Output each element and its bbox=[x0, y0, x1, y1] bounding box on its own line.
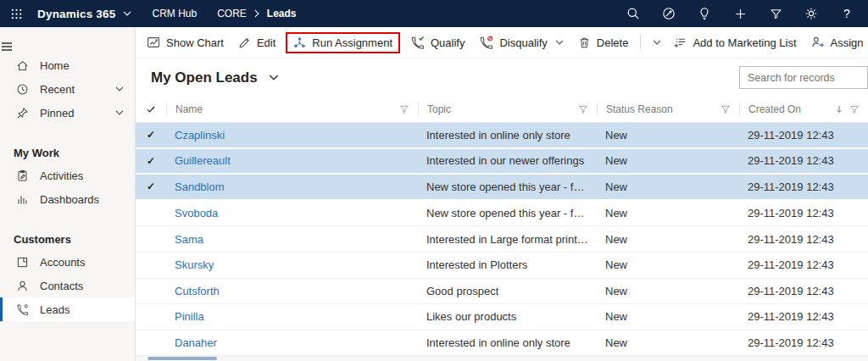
column-header-status-reason[interactable]: Status Reason bbox=[597, 103, 739, 116]
guided-tasks-icon[interactable] bbox=[661, 6, 676, 21]
sidebar-item-activities[interactable]: Activities bbox=[0, 164, 135, 187]
table-row[interactable]: Cutsforth Good prospect New 29-11-2019 1… bbox=[136, 279, 868, 305]
sidebar-item-label: Dashboards bbox=[40, 193, 99, 206]
hamburger-menu-icon[interactable] bbox=[0, 40, 135, 53]
sidebar-item-label: Leads bbox=[40, 303, 70, 316]
lead-name-link[interactable]: Sama bbox=[166, 233, 418, 246]
sidebar-section-customers: Customers bbox=[0, 229, 135, 250]
lead-created-on: 29-11-2019 12:43 bbox=[739, 285, 868, 297]
breadcrumb-root[interactable]: CORE bbox=[217, 8, 247, 19]
run-assignment-button[interactable]: Run Assignment bbox=[286, 32, 400, 53]
table-row[interactable]: Danaher Interested in online only store … bbox=[136, 330, 868, 357]
lead-status-reason: New bbox=[597, 180, 739, 193]
delete-button[interactable]: Delete bbox=[571, 32, 636, 53]
view-selector-chevron-icon[interactable] bbox=[269, 75, 279, 81]
chevron-down-icon[interactable] bbox=[115, 110, 124, 115]
scrollbar-thumb[interactable] bbox=[147, 357, 217, 360]
lightbulb-icon[interactable] bbox=[697, 6, 712, 21]
filter-icon[interactable] bbox=[578, 104, 588, 114]
app-title[interactable]: Dynamics 365 bbox=[37, 8, 115, 20]
table-row[interactable]: Sama Interested in Large format printers… bbox=[136, 226, 868, 253]
chevron-down-icon[interactable] bbox=[555, 40, 564, 45]
search-icon[interactable] bbox=[626, 6, 641, 21]
disqualify-button[interactable]: Disqualify bbox=[472, 31, 570, 54]
topbar-icon-group: ? bbox=[626, 6, 868, 21]
filter-icon[interactable] bbox=[721, 104, 731, 114]
clock-icon bbox=[15, 83, 29, 96]
sort-descending-icon[interactable] bbox=[834, 104, 844, 114]
sidebar-item-label: Activities bbox=[40, 169, 83, 182]
lead-name-link[interactable]: Cutsforth bbox=[166, 285, 418, 297]
lead-status-reason: New bbox=[597, 258, 739, 271]
filter-icon[interactable] bbox=[768, 6, 783, 21]
person-icon bbox=[15, 280, 29, 292]
sidebar-item-label: Contacts bbox=[40, 280, 83, 292]
view-title[interactable]: My Open Leads bbox=[151, 69, 258, 86]
app-launcher-icon[interactable] bbox=[10, 8, 23, 20]
phone-block-icon bbox=[479, 36, 493, 50]
sidebar-item-recent[interactable]: Recent bbox=[0, 77, 135, 101]
search-input[interactable] bbox=[740, 67, 867, 88]
pin-icon bbox=[15, 107, 29, 119]
lead-name-link[interactable]: Czaplinski bbox=[166, 129, 418, 142]
table-row[interactable]: Skursky Interested in Plotters New 29-11… bbox=[136, 253, 868, 279]
chevron-down-icon[interactable] bbox=[123, 11, 131, 16]
lead-status-reason: New bbox=[597, 154, 739, 167]
show-chart-button[interactable]: Show Chart bbox=[140, 31, 231, 53]
table-row[interactable]: ✓ Czaplinski Interested in online only s… bbox=[136, 123, 868, 149]
table-row[interactable]: ✓ Sandblom New store opened this year - … bbox=[136, 175, 868, 201]
lead-name-link[interactable]: Sandblom bbox=[166, 180, 418, 193]
assign-button[interactable]: Assign bbox=[804, 31, 868, 53]
lead-status-reason: New bbox=[597, 129, 739, 142]
edit-button[interactable]: Edit bbox=[231, 32, 282, 53]
top-navigation-bar: Dynamics 365 CRM Hub CORE Leads ? bbox=[0, 0, 868, 27]
sidebar-item-leads[interactable]: Leads bbox=[0, 297, 135, 321]
help-icon[interactable]: ? bbox=[839, 6, 854, 21]
chevron-down-icon[interactable] bbox=[115, 86, 124, 92]
lead-name-link[interactable]: Guillereault bbox=[166, 154, 418, 167]
table-row[interactable]: ✓ Guillereault Interested in our newer o… bbox=[136, 149, 868, 175]
filter-icon[interactable] bbox=[849, 104, 860, 114]
sidebar-item-pinned[interactable]: Pinned bbox=[0, 101, 135, 125]
building-icon bbox=[15, 256, 29, 269]
delete-dropdown-chevron-icon[interactable] bbox=[648, 36, 666, 48]
hub-name[interactable]: CRM Hub bbox=[152, 8, 197, 19]
select-all-checkbox[interactable] bbox=[136, 103, 166, 116]
qualify-button[interactable]: Qualify bbox=[403, 31, 471, 54]
sidebar-item-accounts[interactable]: Accounts bbox=[0, 250, 135, 274]
lead-name-link[interactable]: Skursky bbox=[166, 258, 418, 271]
grid-body: ✓ Czaplinski Interested in online only s… bbox=[136, 123, 868, 356]
home-icon bbox=[15, 59, 29, 72]
filter-icon[interactable] bbox=[399, 104, 409, 114]
horizontal-scrollbar[interactable] bbox=[136, 356, 868, 361]
lead-name-link[interactable]: Pinilla bbox=[166, 310, 418, 323]
lead-created-on: 29-11-2019 12:43 bbox=[739, 258, 868, 271]
pencil-icon bbox=[238, 36, 251, 49]
lead-created-on: 29-11-2019 12:43 bbox=[739, 129, 868, 142]
table-row[interactable]: Svoboda New store opened this year - fol… bbox=[136, 201, 868, 227]
add-to-marketing-list-button[interactable]: Add to Marketing List bbox=[667, 32, 803, 53]
lead-topic: Good prospect bbox=[418, 285, 597, 297]
table-row[interactable]: Pinilla Likes our products New 29-11-201… bbox=[136, 304, 868, 330]
row-checkmark[interactable]: ✓ bbox=[136, 129, 166, 141]
sidebar-item-dashboards[interactable]: Dashboards bbox=[0, 187, 135, 211]
lead-created-on: 29-11-2019 12:43 bbox=[739, 180, 868, 193]
sidebar-item-label: Recent bbox=[40, 83, 75, 96]
breadcrumb: CORE Leads bbox=[217, 8, 296, 19]
gear-icon[interactable] bbox=[804, 6, 819, 21]
sidebar-item-home[interactable]: Home bbox=[0, 53, 135, 77]
row-checkmark[interactable]: ✓ bbox=[136, 155, 166, 167]
sidebar-item-contacts[interactable]: Contacts bbox=[0, 274, 135, 297]
column-header-name[interactable]: Name bbox=[166, 103, 418, 116]
column-header-created-on[interactable]: Created On bbox=[739, 103, 868, 116]
lead-name-link[interactable]: Svoboda bbox=[166, 207, 418, 219]
sitemap-sidebar: Home Recent Pinned My Work Activities Da… bbox=[0, 27, 136, 361]
new-record-icon[interactable] bbox=[732, 6, 748, 21]
row-checkmark[interactable]: ✓ bbox=[136, 180, 166, 192]
lead-name-link[interactable]: Danaher bbox=[166, 336, 418, 349]
column-header-topic[interactable]: Topic bbox=[418, 103, 597, 116]
sidebar-section-my-work: My Work bbox=[0, 142, 135, 164]
lead-topic: Likes our products bbox=[418, 310, 597, 323]
sidebar-item-label: Accounts bbox=[40, 256, 85, 269]
lead-topic: New store opened this year - follow up bbox=[418, 207, 597, 219]
